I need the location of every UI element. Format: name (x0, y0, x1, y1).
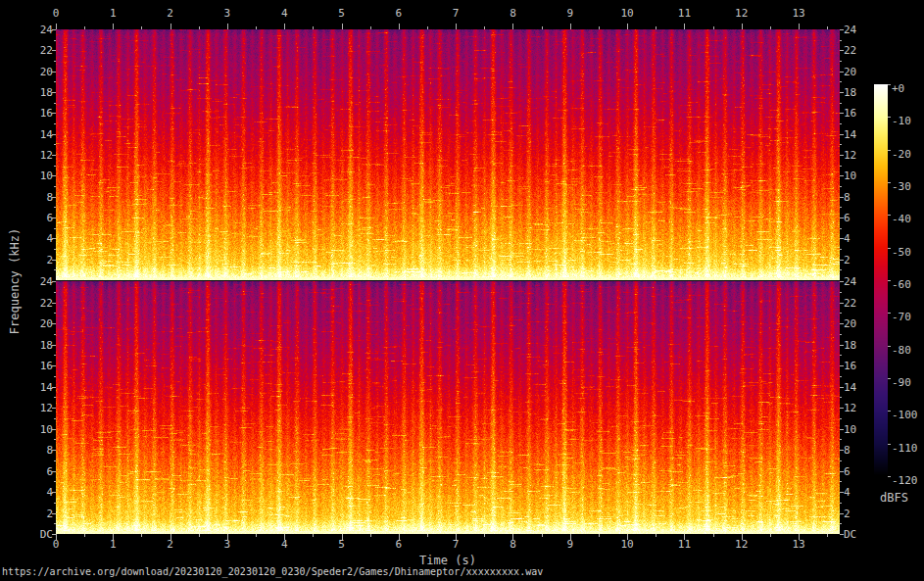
colorbar-tick-label: -60 (892, 278, 911, 291)
time-axis-tick (399, 534, 400, 540)
freq-axis-tick (840, 481, 842, 482)
freq-axis-tick (54, 61, 56, 62)
freq-axis-tick (840, 218, 844, 218)
freq-tick-label: 6 (844, 464, 851, 477)
freq-axis-tick (840, 323, 844, 324)
freq-axis-tick (840, 175, 844, 176)
freq-tick-label: 16 (844, 107, 856, 120)
time-axis-tick (599, 26, 600, 29)
freq-axis-tick (840, 513, 844, 514)
colorbar-tick (888, 280, 891, 281)
freq-tick-label: 18 (844, 338, 856, 351)
freq-axis-tick (840, 450, 844, 451)
time-axis-tick (170, 534, 171, 540)
freq-axis-tick (52, 408, 56, 409)
freq-axis-tick (52, 197, 56, 198)
freq-axis-tick (54, 481, 56, 482)
freq-axis-tick (840, 303, 844, 304)
freq-axis-tick (840, 408, 844, 409)
freq-axis-tick (52, 281, 56, 282)
time-axis-tick (141, 534, 142, 537)
freq-tick-label: 14 (40, 380, 53, 393)
time-axis-tick (313, 26, 314, 29)
time-axis-tick (284, 534, 285, 540)
freq-tick-label: 10 (40, 422, 53, 435)
freq-tick-label: 24 (40, 275, 53, 288)
time-axis-tick (770, 534, 771, 537)
freq-axis-tick (840, 355, 842, 356)
freq-tick-label: 10 (844, 169, 856, 182)
freq-axis-tick (54, 355, 56, 356)
time-axis-tick (484, 26, 485, 29)
freq-axis-tick (54, 207, 56, 208)
freq-axis-tick (52, 134, 56, 135)
time-axis-label: Time (s) (419, 554, 476, 567)
freq-axis-tick (840, 313, 842, 314)
freq-axis-tick (840, 365, 844, 366)
freq-axis-tick (840, 228, 842, 229)
freq-axis-tick (52, 323, 56, 324)
freq-axis-tick (840, 50, 844, 51)
time-axis-tick (770, 26, 771, 29)
time-axis-tick (799, 534, 800, 540)
freq-axis-tick (840, 429, 844, 430)
freq-axis-tick (52, 387, 56, 388)
time-axis-tick (542, 534, 543, 537)
freq-tick-label: 6 (844, 212, 851, 224)
freq-tick-label: 12 (40, 149, 53, 162)
freq-tick-label: 14 (844, 127, 856, 140)
freq-axis-tick (840, 72, 844, 73)
freq-axis-tick (52, 365, 56, 366)
time-axis-tick (113, 534, 114, 540)
freq-tick-label: 24 (844, 24, 856, 36)
spectrogram-title-url: https://archive.org/download/20230120_20… (2, 566, 543, 577)
freq-axis-tick (840, 397, 842, 398)
time-tick-label: 3 (224, 7, 231, 20)
time-axis-tick (713, 26, 714, 29)
time-axis-tick (627, 534, 628, 540)
colorbar-tick-label: -10 (892, 115, 911, 127)
freq-axis-tick (52, 218, 56, 218)
freq-axis-tick (840, 166, 842, 167)
time-tick-label: 7 (453, 7, 460, 20)
colorbar-tick (888, 215, 891, 216)
freq-axis-tick (840, 29, 844, 30)
colorbar-tick (888, 84, 891, 85)
colorbar-tick-label: -40 (892, 213, 911, 225)
time-axis-tick (599, 534, 600, 537)
time-axis-tick (399, 24, 400, 29)
freq-axis-tick (52, 113, 56, 114)
freq-tick-label: 20 (844, 65, 856, 77)
freq-tick-label: 10 (844, 422, 856, 435)
freq-axis-tick (52, 50, 56, 51)
freq-tick-label: 24 (40, 24, 53, 36)
freq-tick-label: 16 (40, 360, 53, 372)
freq-axis-tick (840, 81, 842, 82)
time-tick-label: 11 (678, 7, 691, 20)
time-axis-tick (570, 534, 571, 540)
freq-axis-tick (840, 113, 844, 114)
colorbar-tick-label: -90 (892, 376, 911, 389)
freq-axis-tick (54, 81, 56, 82)
time-tick-label: 1 (110, 7, 117, 20)
freq-axis-tick (52, 534, 56, 535)
time-axis-tick (827, 26, 828, 29)
frequency-axis-label: Frequency (kHz) (8, 228, 22, 334)
freq-tick-label: 18 (40, 86, 53, 99)
freq-axis-tick (840, 134, 844, 135)
freq-tick-label: 8 (844, 190, 851, 203)
time-axis-tick (370, 26, 371, 29)
freq-axis-tick (52, 450, 56, 451)
freq-axis-tick (840, 260, 844, 261)
freq-axis-tick (840, 460, 842, 461)
colorbar-tick (888, 444, 891, 445)
freq-axis-tick (54, 418, 56, 419)
freq-axis-tick (54, 103, 56, 104)
freq-tick-label: 2 (844, 507, 851, 519)
freq-tick-label: 10 (40, 169, 53, 182)
time-axis-tick (484, 534, 485, 537)
time-axis-tick (456, 534, 457, 540)
colorbar-tick-label: -70 (892, 311, 911, 323)
freq-axis-tick (52, 175, 56, 176)
time-tick-label: 8 (510, 7, 516, 20)
